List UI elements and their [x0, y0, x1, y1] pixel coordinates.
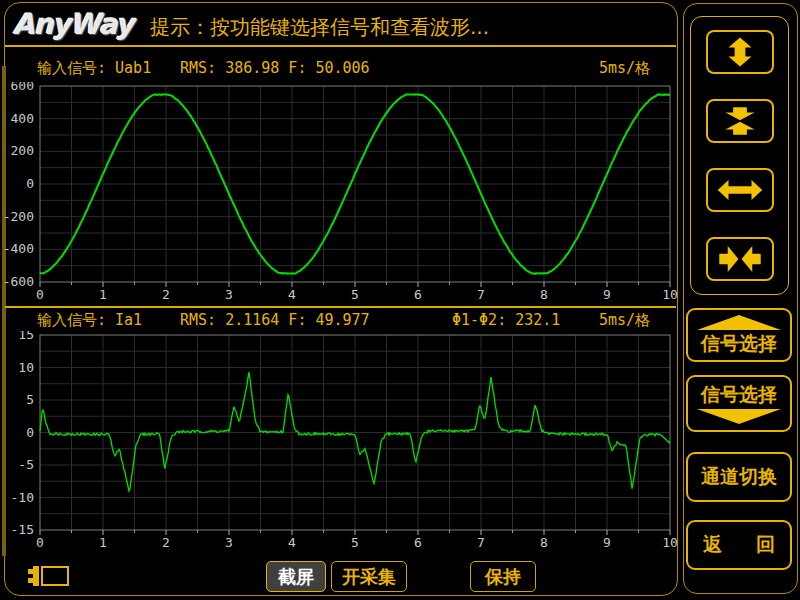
- chart2-signal-label: 输入信号: Ia1: [37, 311, 142, 330]
- chart2-rms-freq: RMS: 2.1164 F: 49.977: [180, 311, 370, 329]
- chart1-signal-label: 输入信号: Uab1: [37, 59, 151, 78]
- svg-text:1: 1: [99, 535, 107, 550]
- screenshot-button[interactable]: 截屏: [266, 561, 326, 592]
- chart2-timebase: 5ms/格: [599, 311, 650, 330]
- svg-text:-5: -5: [18, 457, 34, 472]
- tip-message: 提示：按功能键选择信号和查看波形...: [150, 14, 489, 41]
- triangle-down-icon: [695, 408, 783, 425]
- svg-text:10: 10: [662, 287, 678, 302]
- svg-text:0: 0: [26, 176, 34, 191]
- svg-text:9: 9: [603, 535, 611, 550]
- svg-text:-15: -15: [11, 522, 34, 537]
- start-acquisition-button[interactable]: 开采集: [331, 561, 407, 592]
- svg-text:7: 7: [477, 535, 485, 550]
- collapse-horizontal-icon: [717, 243, 763, 275]
- svg-text:10: 10: [18, 360, 34, 375]
- svg-text:3: 3: [225, 535, 233, 550]
- svg-text:5: 5: [351, 287, 359, 302]
- svg-text:-400: -400: [3, 241, 34, 256]
- svg-text:3: 3: [225, 287, 233, 302]
- svg-text:2: 2: [162, 535, 170, 550]
- current-waveform-chart: 012345678910151050-5-10-15: [0, 331, 680, 553]
- svg-text:8: 8: [540, 287, 548, 302]
- chart-divider: [5, 306, 676, 308]
- triangle-up-icon: [695, 314, 783, 331]
- svg-text:8: 8: [540, 535, 548, 550]
- return-label-right: 回: [756, 532, 775, 558]
- channel-switch-label: 通道切换: [701, 464, 777, 490]
- collapse-vertical-button[interactable]: [706, 99, 774, 143]
- svg-text:400: 400: [11, 111, 34, 126]
- expand-horizontal-button[interactable]: [706, 168, 774, 212]
- signal-select-down-button[interactable]: 信号选择: [686, 375, 792, 432]
- battery-icon: [26, 561, 74, 591]
- expand-vertical-icon: [717, 36, 763, 68]
- signal-select-up-label: 信号选择: [701, 331, 777, 357]
- svg-text:4: 4: [288, 535, 296, 550]
- signal-select-up-button[interactable]: 信号选择: [686, 308, 792, 362]
- collapse-horizontal-button[interactable]: [706, 237, 774, 281]
- expand-vertical-button[interactable]: [706, 30, 774, 74]
- svg-text:9: 9: [603, 287, 611, 302]
- voltage-waveform-chart: 0123456789106004002000-200-400-600: [0, 82, 680, 306]
- svg-text:10: 10: [662, 535, 678, 550]
- svg-text:6: 6: [414, 287, 422, 302]
- expand-horizontal-icon: [717, 174, 763, 206]
- svg-text:0: 0: [26, 425, 34, 440]
- svg-text:15: 15: [18, 331, 34, 342]
- svg-text:2: 2: [162, 287, 170, 302]
- svg-text:200: 200: [11, 143, 34, 158]
- svg-text:600: 600: [11, 82, 34, 93]
- svg-text:5: 5: [351, 535, 359, 550]
- svg-text:-600: -600: [3, 274, 34, 289]
- return-button[interactable]: 返 回: [686, 520, 792, 570]
- chart2-phase-diff: Φ1-Φ2: 232.1: [452, 311, 560, 329]
- channel-switch-button[interactable]: 通道切换: [686, 452, 792, 502]
- anyway-logo: AnyWay: [13, 8, 133, 41]
- zoom-button-group: [690, 16, 789, 295]
- return-label-left: 返: [703, 532, 722, 558]
- header-divider: [5, 45, 676, 47]
- svg-text:4: 4: [288, 287, 296, 302]
- signal-select-down-label: 信号选择: [701, 382, 777, 408]
- collapse-vertical-icon: [717, 105, 763, 137]
- svg-text:1: 1: [99, 287, 107, 302]
- svg-text:6: 6: [414, 535, 422, 550]
- svg-text:-200: -200: [3, 209, 34, 224]
- chart1-timebase: 5ms/格: [599, 59, 650, 78]
- svg-text:5: 5: [26, 392, 34, 407]
- hold-button[interactable]: 保持: [470, 561, 536, 592]
- svg-text:7: 7: [477, 287, 485, 302]
- svg-text:0: 0: [36, 535, 44, 550]
- svg-text:-10: -10: [11, 490, 34, 505]
- chart1-rms-freq: RMS: 386.98 F: 50.006: [180, 59, 370, 77]
- svg-text:0: 0: [36, 287, 44, 302]
